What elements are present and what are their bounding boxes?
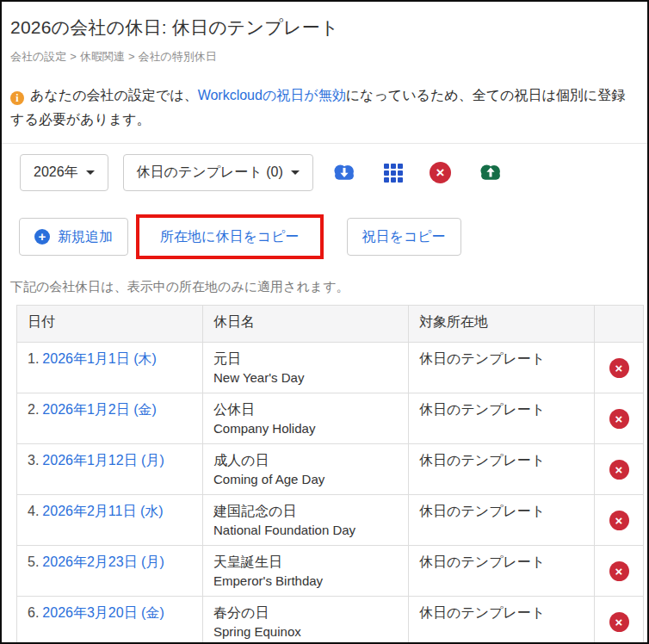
- delete-cell: ×: [595, 393, 644, 444]
- delete-cell: ×: [595, 343, 644, 393]
- header-actions: [595, 306, 644, 343]
- toolbar: 2026年 休日のテンプレート (0): [20, 154, 639, 191]
- delete-all-button[interactable]: ×: [430, 161, 451, 185]
- breadcrumb-leave-related[interactable]: 休暇関連: [80, 50, 125, 63]
- chevron-down-icon: [291, 170, 300, 175]
- section-divider: [2, 143, 647, 144]
- delete-holiday-button[interactable]: ×: [609, 511, 629, 530]
- breadcrumb: 会社の設定>休暇関連>会社の特別休日: [10, 49, 639, 65]
- date-cell: 2.2026年1月2日 (金): [17, 393, 203, 444]
- circle-x-icon: ×: [609, 409, 629, 429]
- holiday-date-link[interactable]: 2026年2月11日 (水): [42, 504, 163, 518]
- circle-x-icon: ×: [609, 358, 629, 378]
- date-cell: 3.2026年1月12日 (月): [17, 444, 203, 495]
- delete-holiday-button[interactable]: ×: [609, 561, 629, 581]
- breadcrumb-separator: >: [128, 50, 135, 63]
- date-cell: 5.2026年2月23日 (月): [17, 546, 203, 597]
- header-holiday-name: 休日名: [203, 306, 409, 343]
- copy-public-holidays-button[interactable]: 祝日をコピー: [347, 218, 461, 256]
- holiday-name-en: National Foundation Day: [213, 523, 398, 537]
- holiday-date-link[interactable]: 2026年1月12日 (月): [42, 453, 164, 468]
- workcloud-holidays-disabled-link[interactable]: Workcloudの祝日が無効: [198, 88, 346, 102]
- holiday-name-en: New Year's Day: [213, 370, 398, 385]
- table-row: 1.2026年1月1日 (木) 元日 New Year's Day 休日のテンプ…: [17, 343, 644, 393]
- table-note: 下記の会社休日は、表示中の所在地のみに適用されます。: [10, 279, 639, 295]
- holiday-name-ja: 成人の日: [213, 452, 398, 470]
- holiday-name-cell: 建国記念の日 National Foundation Day: [203, 495, 409, 546]
- info-icon: i: [10, 91, 24, 105]
- row-number: 5.: [28, 554, 39, 569]
- add-new-label: 新規追加: [58, 228, 113, 246]
- breadcrumb-special-holidays[interactable]: 会社の特別休日: [139, 50, 217, 63]
- holiday-name-en: Company Holiday: [213, 421, 398, 436]
- cloud-download-icon: [331, 162, 357, 184]
- delete-holiday-button[interactable]: ×: [609, 409, 629, 429]
- upload-button[interactable]: [478, 161, 504, 185]
- grid-icon: [384, 164, 403, 183]
- table-row: 3.2026年1月12日 (月) 成人の日 Coming of Age Day …: [17, 444, 644, 495]
- row-number: 2.: [28, 402, 39, 417]
- row-number: 6.: [28, 605, 39, 620]
- holiday-name-ja: 公休日: [213, 401, 398, 419]
- notice-text-before: あなたの会社の設定では、: [30, 88, 198, 102]
- circle-x-icon: ×: [609, 460, 629, 480]
- circle-x-icon: ×: [430, 162, 451, 183]
- row-number: 1.: [28, 351, 39, 366]
- holiday-date-link[interactable]: 2026年1月2日 (金): [42, 402, 157, 417]
- header-location: 対象所在地: [409, 306, 595, 343]
- table-row: 2.2026年1月2日 (金) 公休日 Company Holiday 休日のテ…: [17, 393, 644, 444]
- table-header-row: 日付 休日名 対象所在地: [17, 306, 644, 343]
- grid-view-button[interactable]: [384, 161, 403, 185]
- holiday-table: 日付 休日名 対象所在地 1.2026年1月1日 (木) 元日 New Year…: [16, 305, 644, 644]
- circle-x-icon: ×: [609, 511, 629, 530]
- holiday-name-cell: 公休日 Company Holiday: [203, 393, 409, 444]
- holiday-name-ja: 春分の日: [213, 604, 398, 622]
- delete-holiday-button[interactable]: ×: [609, 612, 629, 632]
- table-row: 5.2026年2月23日 (月) 天皇誕生日 Emperor's Birthda…: [17, 546, 644, 597]
- breadcrumb-company-settings[interactable]: 会社の設定: [10, 50, 66, 63]
- location-cell: 休日のテンプレート: [409, 343, 595, 393]
- page-title: 2026の会社の休日: 休日のテンプレート: [10, 15, 639, 40]
- holiday-date-link[interactable]: 2026年1月1日 (木): [42, 351, 157, 366]
- chevron-down-icon: [86, 170, 95, 175]
- table-row: 4.2026年2月11日 (水) 建国記念の日 National Foundat…: [17, 495, 644, 546]
- template-dropdown[interactable]: 休日のテンプレート (0): [123, 154, 313, 191]
- delete-cell: ×: [595, 597, 644, 644]
- location-cell: 休日のテンプレート: [409, 495, 595, 546]
- location-cell: 休日のテンプレート: [409, 393, 595, 444]
- delete-cell: ×: [595, 444, 644, 495]
- holiday-name-cell: 春分の日 Spring Equinox: [203, 597, 409, 644]
- add-new-button[interactable]: + 新規追加: [19, 218, 128, 256]
- holiday-name-cell: 天皇誕生日 Emperor's Birthday: [203, 546, 409, 597]
- copy-holidays-to-locations-button[interactable]: 所在地に休日をコピー: [136, 214, 324, 259]
- download-button[interactable]: [331, 161, 357, 185]
- delete-cell: ×: [595, 495, 644, 546]
- holiday-date-link[interactable]: 2026年2月23日 (月): [42, 554, 164, 569]
- circle-x-icon: ×: [609, 561, 629, 581]
- location-cell: 休日のテンプレート: [409, 597, 595, 644]
- delete-cell: ×: [595, 546, 644, 597]
- row-number: 4.: [28, 504, 39, 518]
- holiday-name-ja: 建国記念の日: [213, 503, 398, 521]
- holiday-name-en: Spring Equinox: [213, 624, 398, 639]
- year-dropdown-label: 2026年: [34, 164, 78, 182]
- copy-to-locations-label: 所在地に休日をコピー: [160, 228, 300, 246]
- delete-holiday-button[interactable]: ×: [609, 358, 629, 378]
- holiday-name-ja: 元日: [213, 350, 398, 368]
- action-buttons-row: + 新規追加 所在地に休日をコピー 祝日をコピー: [19, 214, 639, 259]
- delete-holiday-button[interactable]: ×: [609, 460, 629, 480]
- holiday-name-en: Emperor's Birthday: [213, 573, 398, 588]
- breadcrumb-separator: >: [70, 50, 77, 63]
- holiday-name-cell: 元日 New Year's Day: [203, 343, 409, 393]
- header-date: 日付: [17, 306, 203, 343]
- table-row: 6.2026年3月20日 (金) 春分の日 Spring Equinox 休日の…: [17, 597, 644, 644]
- location-cell: 休日のテンプレート: [409, 546, 595, 597]
- date-cell: 1.2026年1月1日 (木): [17, 343, 203, 393]
- holiday-name-en: Coming of Age Day: [213, 472, 398, 486]
- template-dropdown-label: 休日のテンプレート (0): [137, 164, 283, 182]
- settings-notice: iあなたの会社の設定では、Workcloudの祝日が無効になっているため、全ての…: [10, 84, 639, 132]
- copy-public-holidays-label: 祝日をコピー: [362, 228, 446, 246]
- holiday-date-link[interactable]: 2026年3月20日 (金): [42, 605, 164, 620]
- year-dropdown[interactable]: 2026年: [20, 154, 108, 191]
- circle-x-icon: ×: [609, 612, 629, 632]
